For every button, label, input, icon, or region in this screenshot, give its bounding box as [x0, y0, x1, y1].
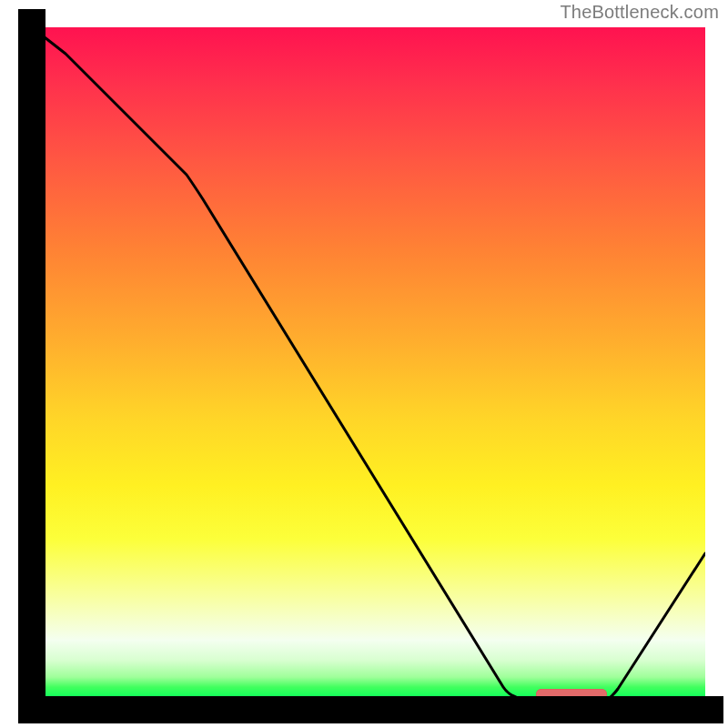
axes-frame	[5, 9, 723, 723]
attribution-label: TheBottleneck.com	[560, 2, 719, 23]
plot-frame	[5, 9, 723, 723]
figure-root: TheBottleneck.com	[0, 0, 728, 728]
